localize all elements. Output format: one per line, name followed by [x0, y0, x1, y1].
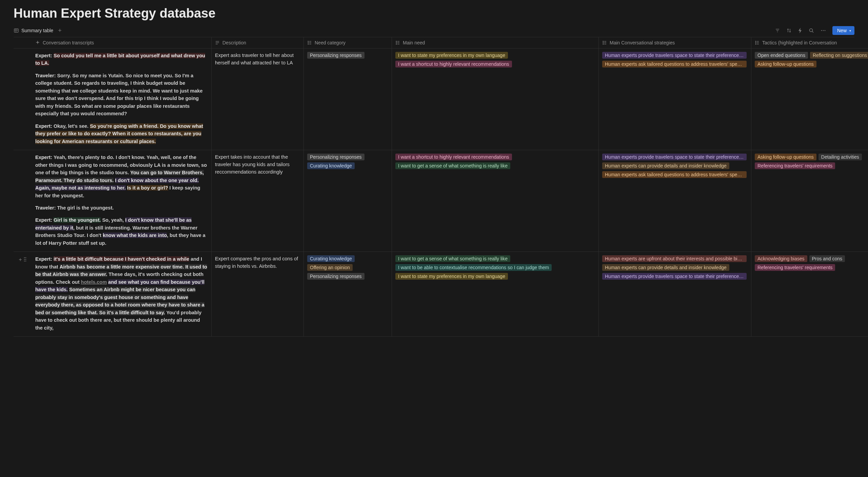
cell-transcript[interactable]: Expert: Yeah, there's plenty to do. I do…: [32, 150, 212, 252]
tag[interactable]: Curating knowledge: [307, 255, 355, 262]
tag[interactable]: Human experts can provide details and in…: [602, 264, 729, 271]
sort-icon[interactable]: [786, 28, 792, 33]
svg-point-16: [308, 42, 309, 43]
tag[interactable]: I want to state my preferences in my own…: [395, 52, 508, 59]
svg-point-28: [603, 42, 604, 43]
multiselect-icon: [755, 40, 760, 45]
cell-tactics[interactable]: Acknowledging biasesPros and consReferen…: [751, 252, 868, 337]
tag[interactable]: Detailing activities: [818, 154, 862, 160]
filter-icon[interactable]: [775, 28, 780, 33]
cell-main-need[interactable]: I want a shortcut to highly relevant rec…: [392, 150, 599, 252]
text-lines-icon: [215, 40, 220, 45]
tag[interactable]: Pros and cons: [809, 255, 845, 262]
tag[interactable]: Asking follow-up questions: [755, 154, 816, 160]
tag[interactable]: I want to get a sense of what something …: [395, 162, 510, 169]
cell-need-category[interactable]: Personalizing responsesCurating knowledg…: [304, 150, 392, 252]
svg-point-24: [396, 44, 397, 44]
automations-icon[interactable]: [798, 28, 803, 33]
table-icon: [14, 28, 19, 33]
svg-point-53: [25, 259, 26, 260]
table-row[interactable]: +Expert: So could you tell me a little b…: [14, 48, 854, 150]
tag[interactable]: I want a shortcut to highly relevant rec…: [395, 154, 512, 160]
tag[interactable]: Human experts are upfront about their in…: [602, 255, 747, 262]
more-icon[interactable]: [820, 28, 826, 33]
drag-handle-icon[interactable]: [23, 257, 27, 262]
view-tab-label: Summary table: [21, 28, 53, 33]
cell-description[interactable]: Expert compares the pros and cons of sta…: [212, 252, 304, 337]
multiselect-icon: [395, 40, 400, 45]
svg-point-8: [821, 30, 822, 31]
cell-strategies[interactable]: Human experts are upfront about their in…: [599, 252, 751, 337]
tag[interactable]: Offering an opinion: [307, 264, 353, 271]
tag[interactable]: Open ended questions: [755, 52, 808, 59]
cell-description[interactable]: Expert takes into account that the trave…: [212, 150, 304, 252]
svg-point-10: [825, 30, 826, 31]
tag[interactable]: Reflecting on suggestions provided: [810, 52, 868, 59]
cell-transcript[interactable]: Expert: So could you tell me a little bi…: [32, 48, 212, 150]
table-header-row: Conversation transcripts Description Nee…: [14, 37, 854, 48]
views-bar: Summary table + New ▾: [14, 25, 854, 37]
tag[interactable]: I want a shortcut to highly relevant rec…: [395, 61, 512, 67]
tag[interactable]: Human experts provide travelers space to…: [602, 52, 747, 59]
svg-point-26: [603, 41, 604, 42]
svg-point-20: [396, 41, 397, 42]
column-header-need-category[interactable]: Need category: [304, 37, 392, 48]
view-tab-summary-table[interactable]: Summary table: [14, 28, 53, 33]
cell-tactics[interactable]: Asking follow-up questionsDetailing acti…: [751, 150, 868, 252]
svg-point-14: [308, 41, 309, 42]
svg-point-36: [755, 44, 756, 44]
tag[interactable]: Referencing travelers' requirements: [755, 264, 835, 271]
table-row[interactable]: +Expert: Yeah, there's plenty to do. I d…: [14, 150, 854, 252]
tag[interactable]: Personalizing responses: [307, 273, 364, 280]
cell-need-category[interactable]: Personalizing responses: [304, 48, 392, 150]
svg-point-51: [25, 257, 26, 258]
search-icon[interactable]: [809, 28, 814, 33]
svg-point-55: [25, 261, 26, 261]
cell-need-category[interactable]: Curating knowledgeOffering an opinionPer…: [304, 252, 392, 337]
tag[interactable]: Asking follow-up questions: [755, 61, 816, 67]
tag[interactable]: I want to be able to contextualise recom…: [395, 264, 552, 271]
tag[interactable]: Acknowledging biases: [755, 255, 807, 262]
cell-tactics[interactable]: Open ended questionsReflecting on sugges…: [751, 48, 868, 150]
column-header-transcripts[interactable]: Conversation transcripts: [32, 37, 212, 48]
svg-point-52: [24, 259, 24, 260]
new-button-label: New: [837, 28, 847, 33]
svg-point-34: [755, 42, 756, 43]
svg-line-7: [812, 32, 813, 33]
svg-point-54: [24, 261, 24, 261]
table-row[interactable]: +Expert: it's a little bit difficult bec…: [14, 252, 854, 337]
svg-point-22: [396, 42, 397, 43]
tag[interactable]: Curating knowledge: [307, 162, 355, 169]
database-table: Conversation transcripts Description Nee…: [14, 37, 854, 337]
add-view-button[interactable]: +: [58, 27, 62, 34]
svg-point-30: [603, 44, 604, 44]
tag[interactable]: Human experts ask tailored questions to …: [602, 61, 747, 67]
tag[interactable]: Personalizing responses: [307, 52, 364, 59]
tag[interactable]: Human experts provide travelers space to…: [602, 273, 747, 280]
svg-point-6: [809, 29, 812, 32]
tag[interactable]: Referencing travelers' requirements: [755, 162, 835, 169]
column-header-strategies[interactable]: Main Conversational strategies: [599, 37, 751, 48]
tag[interactable]: Human experts can provide details and in…: [602, 162, 729, 169]
svg-point-50: [24, 257, 24, 258]
cell-strategies[interactable]: Human experts provide travelers space to…: [599, 48, 751, 150]
tag[interactable]: Personalizing responses: [307, 154, 364, 160]
cell-strategies[interactable]: Human experts provide travelers space to…: [599, 150, 751, 252]
tag[interactable]: I want to get a sense of what something …: [395, 255, 510, 262]
tag[interactable]: I want to state my preferences in my own…: [395, 273, 508, 280]
cell-main-need[interactable]: I want to get a sense of what something …: [392, 252, 599, 337]
add-row-icon[interactable]: +: [19, 257, 22, 263]
tag[interactable]: Human experts provide travelers space to…: [602, 154, 747, 160]
new-button[interactable]: New ▾: [832, 26, 854, 35]
tag[interactable]: Human experts ask tailored questions to …: [602, 171, 747, 178]
cell-main-need[interactable]: I want to state my preferences in my own…: [392, 48, 599, 150]
svg-point-18: [308, 44, 309, 44]
page-title: Human Expert Strategy database: [14, 6, 854, 21]
column-header-tactics[interactable]: Tactics (highlighted in Conversation: [751, 37, 868, 48]
column-header-description[interactable]: Description: [212, 37, 304, 48]
column-header-main-need[interactable]: Main need: [392, 37, 599, 48]
cell-transcript[interactable]: Expert: it's a little bit difficult beca…: [32, 252, 212, 337]
cell-description[interactable]: Expert asks traveler to tell her about h…: [212, 48, 304, 150]
multiselect-icon: [602, 40, 607, 45]
svg-point-32: [755, 41, 756, 42]
